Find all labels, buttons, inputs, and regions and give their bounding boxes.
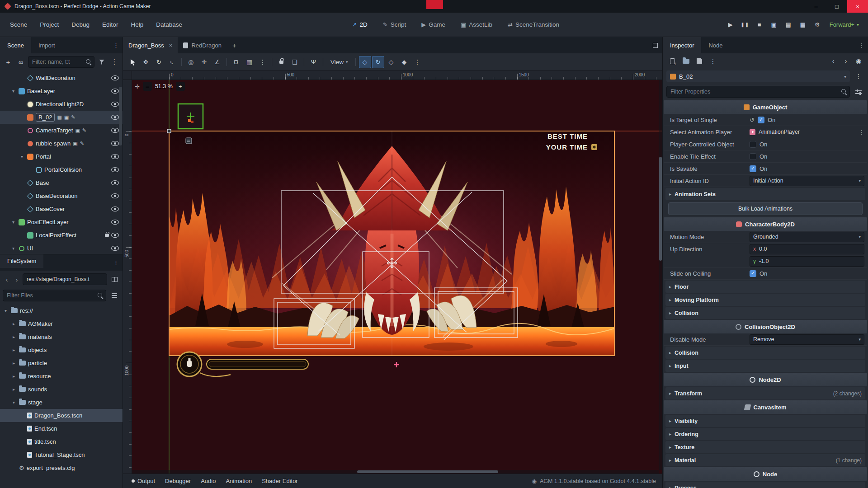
history-forward-button[interactable]: › xyxy=(13,274,21,285)
filesystem-menu-icon[interactable]: ⋮ xyxy=(109,254,123,271)
scene-node-directionallight2d[interactable]: DirectionalLight2D xyxy=(0,98,123,111)
view-menu-button[interactable]: View ▾ xyxy=(326,56,352,68)
expand-arrow-icon[interactable]: ▸ xyxy=(11,374,17,379)
run-settings-button[interactable]: ⚙ xyxy=(811,19,824,31)
bottom-panel-animation[interactable]: Animation xyxy=(221,474,257,488)
badge-script-icon[interactable]: ✎ xyxy=(71,114,75,120)
visibility-toggle-icon[interactable] xyxy=(111,167,119,172)
close-button[interactable]: × xyxy=(847,0,868,13)
insert-key-button[interactable]: ◆ xyxy=(398,56,410,68)
select-tool-button[interactable] xyxy=(127,56,139,68)
filter-options-button[interactable] xyxy=(96,56,107,67)
save-resource-button[interactable] xyxy=(693,55,705,67)
tab-node[interactable]: Node xyxy=(701,37,730,53)
visibility-toggle-icon[interactable] xyxy=(111,102,119,107)
load-resource-button[interactable] xyxy=(680,55,692,67)
scene-node-ui[interactable]: ▾UI xyxy=(0,242,123,254)
vector-x-field[interactable]: x0.0 xyxy=(750,244,864,254)
scene-node-basedecoration[interactable]: BaseDecoration xyxy=(0,189,123,202)
visibility-toggle-icon[interactable] xyxy=(111,115,119,120)
visibility-toggle-icon[interactable] xyxy=(111,206,119,211)
file-stage[interactable]: ▾stage xyxy=(0,396,123,409)
history-forward-button[interactable]: › xyxy=(840,55,852,67)
expand-arrow-icon[interactable]: ▾ xyxy=(10,89,16,94)
badge-script-icon[interactable]: ✎ xyxy=(80,141,84,146)
editor-2d-button[interactable]: ↗2D xyxy=(347,19,373,31)
play-custom-scene-button[interactable]: ▤ xyxy=(782,19,795,31)
play-button[interactable]: ▶ xyxy=(724,19,737,31)
editor-script-button[interactable]: ✎Script xyxy=(377,19,411,31)
checkbox[interactable] xyxy=(750,270,756,277)
stop-button[interactable]: ■ xyxy=(753,19,766,31)
renderer-dropdown[interactable]: Forward+ ▾ xyxy=(825,19,863,30)
pan-tool-button[interactable]: ✛ xyxy=(198,56,210,68)
expand-arrow-icon[interactable]: ▾ xyxy=(19,154,25,159)
sort-files-button[interactable] xyxy=(109,290,120,301)
zoom-in-button[interactable]: + xyxy=(176,82,185,91)
key-scale-toggle[interactable]: ◇ xyxy=(385,56,397,68)
file-res[interactable]: ▾res:// xyxy=(0,304,123,317)
bottom-panel-output[interactable]: Output xyxy=(127,474,160,488)
menu-database[interactable]: Database xyxy=(151,19,188,31)
scene-node-localposteffect[interactable]: LocalPostEffect xyxy=(0,229,123,242)
revert-icon[interactable]: ↺ xyxy=(750,117,755,123)
dock-menu-icon[interactable]: ⋮ xyxy=(109,37,123,53)
visibility-toggle-icon[interactable] xyxy=(111,193,119,198)
scene-node-base[interactable]: Base xyxy=(0,176,123,189)
badge-film-icon[interactable]: ▣ xyxy=(73,141,77,146)
new-resource-button[interactable] xyxy=(666,55,678,67)
vscroll-thumb[interactable] xyxy=(659,157,662,261)
resource-options-button[interactable]: ⋮ xyxy=(707,55,719,67)
menu-project[interactable]: Project xyxy=(34,19,64,31)
rotate-tool-button[interactable]: ↻ xyxy=(153,56,165,68)
expand-arrow-icon[interactable]: ▸ xyxy=(11,321,17,326)
dropdown-disable-mode[interactable]: Remove▾ xyxy=(750,334,864,345)
object-options-button[interactable]: ⋮ xyxy=(853,70,864,82)
smart-snap-button[interactable]: Ω xyxy=(230,56,242,68)
group-selected-button[interactable]: ❏ xyxy=(288,56,301,68)
checkbox[interactable] xyxy=(758,117,764,123)
menu-editor[interactable]: Editor xyxy=(97,19,123,31)
expand-arrow-icon[interactable]: ▸ xyxy=(11,361,17,366)
history-back-button[interactable]: ‹ xyxy=(3,274,11,285)
split-view-button[interactable] xyxy=(109,274,120,285)
expand-arrow-icon[interactable]: ▾ xyxy=(11,400,17,405)
editor-game-button[interactable]: ▶Game xyxy=(416,19,451,31)
scene-node-posteffectlayer[interactable]: ▾PostEffectLayer xyxy=(0,216,123,229)
file-materials[interactable]: ▸materials xyxy=(0,330,123,343)
group-transform[interactable]: ▸Transform(2 changes) xyxy=(665,387,865,399)
property-tools-button[interactable] xyxy=(853,86,864,98)
file-dragon-boss-tscn[interactable]: Dragon_Boss.tscn xyxy=(0,409,123,422)
visibility-toggle-icon[interactable] xyxy=(111,220,119,225)
scene-filter-input[interactable] xyxy=(28,56,94,68)
group-visibility[interactable]: ▸Visibility xyxy=(665,415,865,427)
scale-tool-button[interactable]: ↔ xyxy=(166,56,178,68)
group-moving-platform[interactable]: ▸Moving Platform xyxy=(665,294,865,306)
dropdown-motion-mode[interactable]: Grounded▾ xyxy=(750,232,864,242)
group-collision[interactable]: ▸Collision xyxy=(665,307,865,319)
menu-debug[interactable]: Debug xyxy=(66,19,95,31)
badge-film-icon[interactable]: ▣ xyxy=(64,114,69,120)
file-sounds[interactable]: ▸sounds xyxy=(0,383,123,396)
group-texture[interactable]: ▸Texture xyxy=(665,441,865,453)
checkbox[interactable] xyxy=(750,165,756,172)
expand-arrow-icon[interactable]: ▸ xyxy=(11,334,17,339)
bulk-load-animations-button[interactable]: Bulk Load Animations xyxy=(668,202,863,215)
scene-tree-scrollbar[interactable] xyxy=(119,87,122,145)
file-filter-input[interactable] xyxy=(3,290,106,301)
resource-options-icon[interactable]: ⋮ xyxy=(859,129,864,136)
checkbox[interactable] xyxy=(750,153,756,160)
badge-script-icon[interactable]: ✎ xyxy=(82,127,86,133)
file-tutorial-stage-tscn[interactable]: Tutorial_Stage.tscn xyxy=(0,448,123,461)
animation-key-options-button[interactable]: ⋮ xyxy=(411,56,424,68)
vector-y-field[interactable]: y-1.0 xyxy=(750,256,864,267)
tab-inspector[interactable]: Inspector xyxy=(663,37,701,53)
file-agmaker[interactable]: ▸AGMaker xyxy=(0,317,123,330)
tab-filesystem[interactable]: FileSystem xyxy=(0,254,43,268)
maximize-button[interactable]: □ xyxy=(826,0,847,13)
file-resource[interactable]: ▸resource xyxy=(0,370,123,383)
group-ordering[interactable]: ▸Ordering xyxy=(665,428,865,440)
zoom-out-button[interactable]: – xyxy=(143,82,152,91)
2d-viewport[interactable]: 0500100015002000 05001000 xyxy=(123,71,662,474)
group-process[interactable]: ▸Process xyxy=(665,482,865,488)
